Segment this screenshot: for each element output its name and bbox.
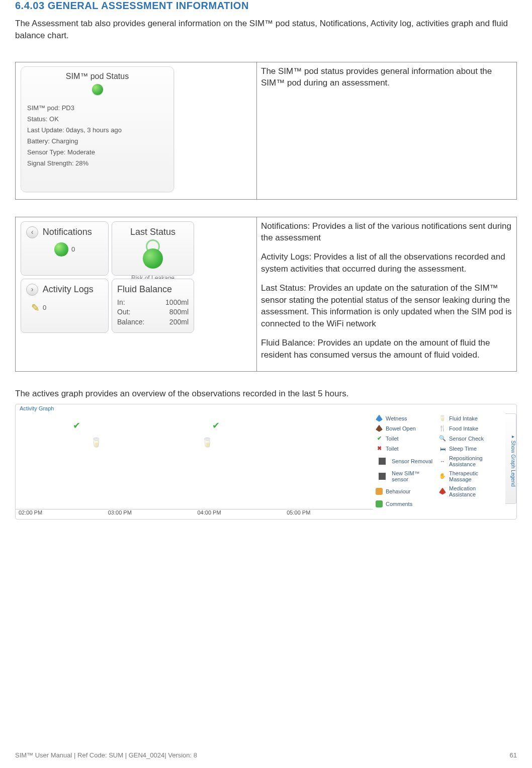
bar-icon [379,473,386,480]
legend-label: Toilet [386,446,399,452]
activity-graph-area: ✔ 🥛 ✔ 🥛 [16,414,373,509]
status-image-cell: SIM™ pod Status SIM™ pod: PD3 Status: OK… [16,62,257,199]
activity-logs-label: Activity Logs [43,284,94,294]
status-sensor-line: Sensor Type: Moderate [27,147,167,158]
legend-item: Wetness [374,413,437,423]
tiles-description-cell: Notifications: Provides a list of the va… [257,217,517,371]
legend-item: ✔Toilet [374,434,437,444]
legend-item: 🍴Food Intake [437,423,500,434]
toilet-check-icon: ✔ [212,420,220,431]
legend-item: Behaviour [374,484,437,499]
drop-blue-icon [376,415,383,422]
status-pod-line: SIM™ pod: PD3 [27,103,167,114]
tiles-image-cell: ‹ Notifications 0 Last Status R [16,217,257,371]
chevron-left-icon[interactable]: ‹ [26,226,38,238]
tiles-desc-fluidbalance: Fluid Balance: Provides an update on the… [261,337,512,361]
sensor-status-icon [143,239,163,269]
status-signal-line: Signal Strength: 28% [27,158,167,169]
legend-label: Fluid Intake [449,415,478,421]
activity-graph-title[interactable]: Activity Graph [20,405,54,411]
legend-item: ✋Therapeutic Massage [437,469,500,484]
cupic-icon: 🥛 [439,415,446,422]
legend-item: Medication Assistance [437,484,500,499]
intro-paragraph: The Assessment tab also provides general… [15,18,517,42]
section-heading: 6.4.03 GENERAL ASSESSMENT INFORMATION [15,0,517,12]
status-battery-line: Battery: Charging [27,136,167,147]
fb-in-label: In: [117,298,125,308]
legend-label: Food Intake [449,425,478,432]
xaxis-tick: 03:00 PM [105,509,195,518]
xaxis-tick: 04:00 PM [195,509,284,518]
legend-label: Therapeutic Massage [449,470,498,482]
xaxis-tick: 02:00 PM [16,509,105,518]
legend-item: ✖Toilet [374,444,437,454]
fluid-balance-label: Fluid Balance [117,283,189,296]
status-ok-line: Status: OK [27,114,167,125]
activity-graph-xaxis: 02:00 PM 03:00 PM 04:00 PM 05:00 PM [16,509,373,518]
legend-item: 🥛Fluid Intake [437,413,500,423]
cmt-icon [376,500,383,507]
xx-icon: ✖ [376,445,383,452]
chk-icon: ✔ [376,435,383,442]
notifications-label: Notifications [43,227,92,237]
fb-out-val: 800ml [169,307,189,317]
legend-item: New SIM™ sensor [374,469,437,484]
fluid-intake-cup-icon: 🥛 [91,437,102,448]
status-description-cell: The SIM™ pod status provides general inf… [257,62,517,199]
legend-label: New SIM™ sensor [392,470,435,482]
tiles-panel: ‹ Notifications 0 Last Status R [21,221,194,333]
drop-brown-icon [376,425,383,432]
legend-item: Sensor Removal [374,454,437,469]
legend-label: Sensor Removal [392,458,432,464]
footer-page-number: 61 [510,751,517,759]
status-description: The SIM™ pod status provides general inf… [261,65,512,90]
page-footer: SIM™ User Manual | Ref Code: SUM | GEN4_… [15,751,517,759]
fb-bal-val: 200ml [169,317,189,327]
fork-icon: 🍴 [439,425,446,432]
tiles-desc-activitylogs: Activity Logs: Provides a list of all th… [261,251,512,275]
legend-label: Toilet [386,436,399,442]
last-status-label: Last Status [117,226,189,238]
fluid-intake-cup-icon: 🥛 [202,437,213,448]
activity-logs-tile[interactable]: › Activity Logs ✎ 0 [21,279,109,333]
notification-count: 0 [71,245,75,254]
sim-pod-status-panel: SIM™ pod Status SIM™ pod: PD3 Status: OK… [21,66,174,192]
activity-graph-panel: Activity Graph ✔ 🥛 ✔ 🥛 02:00 PM 03:00 PM… [15,404,517,520]
show-graph-legend-tab[interactable]: ▸ Show Graph Legend [505,413,516,504]
srch-icon: 🔍 [439,435,446,442]
xaxis-tick: 05:00 PM [284,509,373,518]
legend-label: Bowel Open [386,425,416,432]
legend-item: 🛏Sleep Time [437,444,500,454]
chevron-right-icon[interactable]: › [26,284,38,296]
repos-icon: ↔ [439,458,446,465]
legend-item: ↔Repositioning Assistance [437,454,500,469]
legend-label: Sleep Time [449,446,477,452]
notifications-tile[interactable]: ‹ Notifications 0 [21,221,109,276]
footer-text: SIM™ User Manual | Ref Code: SUM | GEN4_… [15,751,197,759]
legend-label: Wetness [386,415,407,421]
legend-item: Bowel Open [374,423,437,434]
fluid-balance-tile[interactable]: Fluid Balance In:1000ml Out:800ml Balanc… [112,279,194,333]
last-status-tile[interactable]: Last Status Risk of Leakage [112,221,194,276]
legend-item: 🔍Sensor Check [437,434,500,444]
sleep-icon: 🛏 [439,445,446,452]
tiles-desc-laststatus: Last Status: Provides an update on the s… [261,282,512,330]
actives-graph-text: The actives graph provides an overview o… [15,389,517,399]
status-update-line: Last Update: 0days, 3 hours ago [27,125,167,136]
status-lines: SIM™ pod: PD3 Status: OK Last Update: 0d… [27,103,167,169]
beh-icon [376,488,383,495]
toilet-check-icon: ✔ [73,420,80,431]
activity-logs-count: 0 [43,303,46,312]
med-icon [439,488,446,495]
pencil-icon: ✎ [31,301,40,315]
legend-label: Comments [386,501,412,507]
bar-icon [379,458,386,465]
status-indicator-icon [92,84,103,95]
legend-label: Repositioning Assistance [449,455,498,467]
notification-status-icon [54,242,68,257]
tiles-desc-notifications: Notifications: Provides a list of the va… [261,220,512,244]
legend-label: Sensor Check [449,436,484,442]
activity-graph-legend: Wetness🥛Fluid IntakeBowel Open🍴Food Inta… [374,413,500,515]
fb-bal-label: Balance: [117,317,144,327]
tiles-info-table: ‹ Notifications 0 Last Status R [15,217,517,372]
